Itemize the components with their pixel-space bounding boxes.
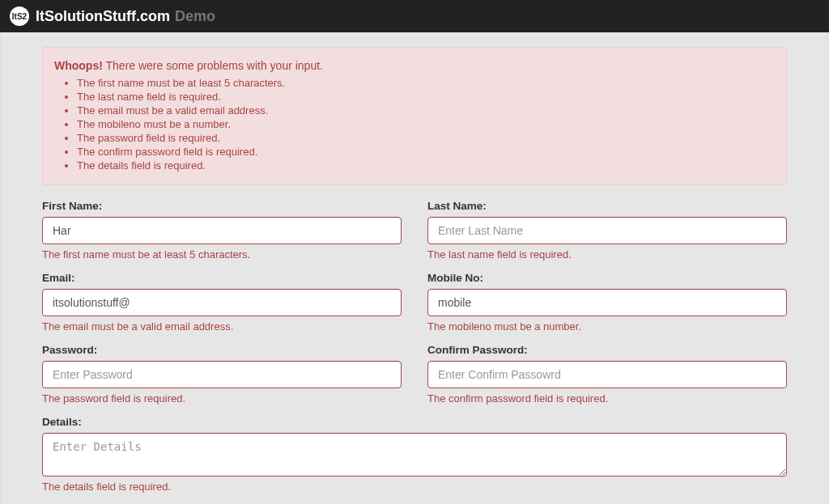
error-alert: Whoops! There were some problems with yo… — [42, 47, 787, 185]
email-field[interactable] — [42, 289, 402, 316]
last-name-label: Last Name: — [427, 200, 787, 212]
password-field[interactable] — [42, 361, 402, 388]
email-group: Email: The email must be a valid email a… — [42, 272, 402, 332]
password-label: Password: — [42, 344, 402, 356]
last-name-error: The last name field is required. — [427, 248, 787, 260]
first-name-group: First Name: The first name must be at le… — [42, 200, 402, 260]
first-name-label: First Name: — [42, 200, 402, 212]
first-name-field[interactable] — [42, 217, 402, 244]
confirm-password-group: Confirm Password: The confirm password f… — [427, 344, 787, 404]
brand-suffix: Demo — [175, 8, 215, 25]
alert-error-item: The details field is required. — [77, 159, 775, 172]
last-name-field[interactable] — [427, 217, 787, 244]
alert-error-list: The first name must be at least 5 charac… — [77, 77, 775, 172]
confirm-password-error: The confirm password field is required. — [427, 392, 787, 404]
mobile-field[interactable] — [427, 289, 787, 316]
alert-error-item: The mobileno must be a number. — [77, 118, 775, 130]
last-name-group: Last Name: The last name field is requir… — [427, 200, 787, 260]
first-name-error: The first name must be at least 5 charac… — [42, 248, 402, 260]
email-error: The email must be a valid email address. — [42, 320, 402, 332]
alert-message: There were some problems with your input… — [106, 59, 323, 72]
alert-error-item: The first name must be at least 5 charac… — [77, 77, 775, 89]
mobile-label: Mobile No: — [427, 272, 787, 284]
alert-error-item: The confirm password field is required. — [77, 146, 775, 158]
brand-name[interactable]: ItSolutionStuff.com — [36, 8, 170, 25]
details-field[interactable] — [42, 433, 787, 476]
alert-error-item: The last name field is required. — [77, 91, 775, 103]
confirm-password-field[interactable] — [427, 361, 787, 388]
mobile-group: Mobile No: The mobileno must be a number… — [427, 272, 787, 332]
details-error: The details field is required. — [42, 481, 787, 493]
alert-error-item: The password field is required. — [77, 132, 775, 144]
logo-icon: ItS2 — [10, 6, 29, 26]
confirm-password-label: Confirm Password: — [427, 344, 787, 356]
password-error: The password field is required. — [42, 392, 402, 404]
email-label: Email: — [42, 272, 402, 284]
form-container: Whoops! There were some problems with yo… — [26, 32, 803, 504]
alert-error-item: The email must be a valid email address. — [77, 104, 775, 116]
mobile-error: The mobileno must be a number. — [427, 320, 787, 332]
alert-heading: Whoops! — [54, 59, 103, 72]
password-group: Password: The password field is required… — [42, 344, 402, 404]
details-label: Details: — [42, 416, 787, 428]
details-group: Details: The details field is required. — [42, 416, 787, 493]
navbar: ItS2 ItSolutionStuff.com Demo — [0, 0, 829, 32]
